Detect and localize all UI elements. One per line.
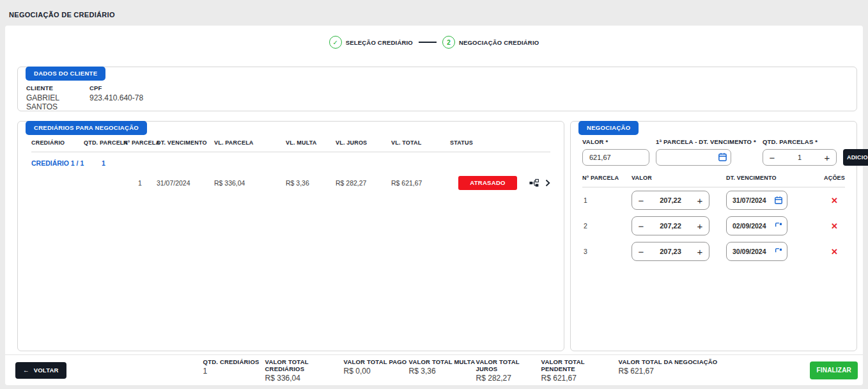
client-value: GABRIEL SANTOS — [26, 93, 89, 111]
step-negociacao-crediario: 2 NEGOCIAÇÃO CREDIÁRIO — [442, 36, 539, 49]
parcela-valor-stepper: − + — [632, 216, 709, 235]
minus-icon[interactable]: − — [632, 196, 650, 205]
delete-parcela-icon[interactable]: ✕ — [831, 196, 838, 205]
valor-field-group: VALOR * — [582, 138, 649, 166]
finalizar-button[interactable]: FINALIZAR — [810, 361, 858, 379]
minus-icon[interactable]: − — [632, 221, 650, 231]
expand-row-chevron-icon[interactable] — [545, 179, 550, 187]
footer-bar: ← VOLTAR QTD. CREDIÁRIOS 1 VALOR TOTAL C… — [5, 354, 863, 385]
client-data-card: DADOS DO CLIENTE CLIENTE GABRIEL SANTOS … — [17, 67, 857, 111]
parcela-number: 3 — [582, 248, 632, 255]
parcela-row: 3 − + — [582, 239, 845, 264]
plus-icon[interactable]: + — [691, 196, 709, 205]
col-acoes: AÇÕES — [824, 175, 845, 181]
primeira-parcela-field-group: 1ª PARCELA - DT. VENCIMENTO * — [656, 138, 756, 166]
col-dt-vencimento: DT. VENCIMENTO — [726, 175, 824, 181]
qtd-parcelas-label: QTD. PARCELAS * — [763, 138, 837, 145]
valor-label: VALOR * — [582, 138, 649, 145]
parcela-date-input[interactable] — [727, 191, 768, 209]
step-selecao-crediario: ✓ SELEÇÃO CREDIÁRIO — [329, 36, 413, 49]
main-panel: ✓ SELEÇÃO CREDIÁRIO 2 NEGOCIAÇÃO CREDIÁR… — [5, 26, 863, 385]
wizard-stepper: ✓ SELEÇÃO CREDIÁRIO 2 NEGOCIAÇÃO CREDIÁR… — [5, 26, 863, 49]
plus-icon[interactable]: + — [691, 221, 709, 231]
parcela-valor-input[interactable] — [650, 196, 691, 204]
qtd-parcelas-value[interactable] — [781, 154, 818, 161]
delete-parcela-icon[interactable]: ✕ — [831, 248, 838, 256]
parcela-date-input[interactable] — [727, 217, 768, 235]
parcela-number: 2 — [582, 222, 632, 230]
row-dt-vencimento: 31/07/2024 — [157, 179, 214, 187]
back-arrow-icon: ← — [23, 367, 29, 374]
negociacao-panel: NEGOCIAÇÃO VALOR * 1ª PARCELA - DT. VENC… — [570, 121, 857, 351]
col-n-parcela: Nº PARCELA — [123, 139, 157, 146]
crediario-group-name: CREDIÁRIO 1 / 1 — [31, 159, 84, 167]
minus-icon[interactable]: − — [763, 153, 781, 163]
client-fields: CLIENTE GABRIEL SANTOS CPF 923.410.640-7… — [18, 67, 856, 111]
col-vl-multa: VL. MULTA — [286, 139, 336, 146]
total-valor-multa: VALOR TOTAL MULTA R$ 3,36 — [409, 358, 476, 383]
parcela-date-field — [726, 242, 787, 261]
app-header: NEGOCIAÇÃO DE CREDIÁRIO — [0, 0, 868, 26]
delete-parcela-icon[interactable]: ✕ — [831, 222, 838, 230]
row-actions — [525, 179, 550, 187]
col-vl-juros: VL. JUROS — [336, 139, 391, 146]
total-qtd-crediarios: QTD. CREDIÁRIOS 1 — [203, 358, 265, 383]
row-vl-juros: R$ 282,27 — [336, 179, 391, 187]
row-vl-parcela: R$ 336,04 — [214, 179, 286, 187]
client-label: CLIENTE — [26, 84, 89, 91]
col-n-parcela: Nº PARCELA — [582, 175, 632, 181]
parcela-valor-input[interactable] — [650, 248, 691, 255]
col-status: STATUS — [450, 139, 525, 146]
total-valor-pago: VALOR TOTAL PAGO R$ 0,00 — [344, 358, 409, 383]
parcela-date-field — [726, 191, 787, 210]
client-cpf-field: CPF 923.410.640-78 — [89, 84, 143, 111]
negociacao-panel-badge: NEGOCIAÇÃO — [578, 121, 639, 135]
total-valor-juros: VALOR TOTAL JUROS R$ 282,27 — [476, 358, 541, 383]
negociacao-body: VALOR * 1ª PARCELA - DT. VENCIMENTO * — [571, 122, 856, 264]
row-vl-total: R$ 621,67 — [391, 179, 450, 187]
crediario-group-row: CREDIÁRIO 1 / 1 1 — [31, 152, 550, 167]
calendar-icon[interactable] — [718, 152, 727, 162]
step-label: SELEÇÃO CREDIÁRIO — [346, 39, 413, 46]
calendar-icon[interactable] — [774, 196, 783, 205]
parcela-number: 1 — [582, 196, 632, 204]
negociacao-form: VALOR * 1ª PARCELA - DT. VENCIMENTO * — [582, 138, 845, 166]
qtd-parcelas-stepper: − + — [763, 149, 837, 166]
row-n-parcela: 1 — [123, 179, 157, 187]
status-badge: ATRASADO — [458, 176, 517, 190]
voltar-button[interactable]: ← VOLTAR — [15, 362, 66, 379]
parcela-valor-input[interactable] — [650, 222, 691, 230]
step-label: NEGOCIAÇÃO CREDIÁRIO — [459, 39, 539, 46]
calendar-icon[interactable] — [774, 247, 783, 256]
parcela-date-input[interactable] — [727, 242, 768, 260]
parcela-valor-stepper: − + — [632, 191, 709, 210]
parcelas-table: Nº PARCELA VALOR DT. VENCIMENTO AÇÕES 1 … — [582, 175, 845, 264]
parcela-row: 1 − + — [582, 187, 845, 213]
calendar-icon[interactable] — [774, 221, 783, 230]
valor-input[interactable] — [582, 149, 649, 166]
parcela-row: 2 − + — [582, 213, 845, 239]
total-valor-crediarios: VALOR TOTAL CREDIÁRIOS R$ 336,04 — [265, 358, 344, 383]
plus-icon[interactable]: + — [691, 247, 709, 257]
check-circle-icon: ✓ — [329, 36, 342, 49]
step-connector — [419, 42, 437, 43]
client-card-badge: DADOS DO CLIENTE — [26, 67, 105, 81]
cpf-value: 923.410.640-78 — [89, 93, 143, 102]
installments-tree-icon[interactable] — [529, 179, 539, 187]
total-valor-pendente: VALOR TOTAL PENDENTE R$ 621,67 — [541, 358, 619, 383]
col-crediario: CREDIÁRIO — [31, 139, 84, 146]
qtd-parcelas-field-group: QTD. PARCELAS * − + — [763, 138, 837, 166]
footer-totals: QTD. CREDIÁRIOS 1 VALOR TOTAL CREDIÁRIOS… — [203, 358, 718, 383]
plus-icon[interactable]: + — [818, 153, 836, 163]
col-vl-parcela: VL. PARCELA — [214, 139, 286, 146]
parcelas-table-header: Nº PARCELA VALOR DT. VENCIMENTO AÇÕES — [582, 175, 845, 187]
total-valor-negociacao: VALOR TOTAL DA NEGOCIAÇÃO R$ 621,67 — [619, 358, 718, 383]
row-vl-multa: R$ 3,36 — [286, 179, 336, 187]
minus-icon[interactable]: − — [632, 247, 650, 257]
col-valor: VALOR — [632, 175, 726, 181]
adicionar-button[interactable]: ADICIONAR — [843, 149, 868, 166]
panels-row: CREDIÁRIOS PARA NEGOCIAÇÃO CREDIÁRIO QTD… — [17, 121, 857, 351]
client-name-field: CLIENTE GABRIEL SANTOS — [26, 84, 89, 111]
check-icon: ✓ — [332, 39, 337, 46]
table-row: 1 31/07/2024 R$ 336,04 R$ 3,36 R$ 282,27… — [31, 173, 550, 193]
